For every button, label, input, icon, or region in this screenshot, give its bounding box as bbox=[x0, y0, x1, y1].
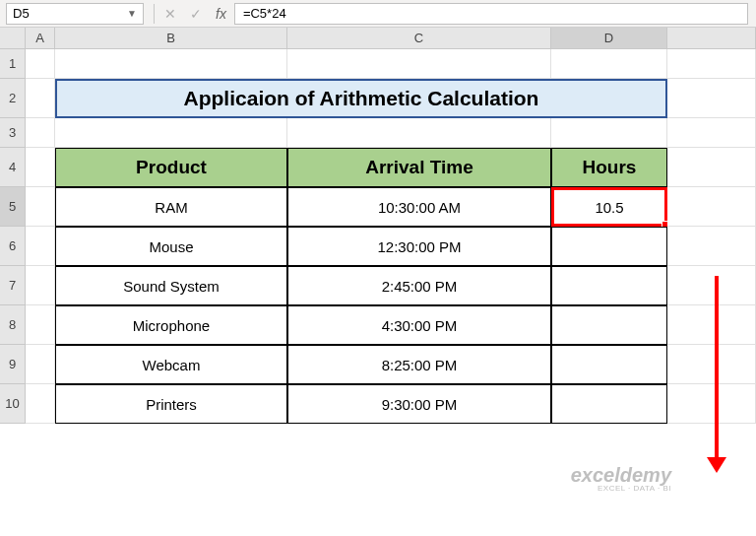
select-all-corner[interactable] bbox=[0, 28, 26, 49]
row-head-5[interactable]: 5 bbox=[0, 187, 26, 227]
spreadsheet-grid: A B C D bbox=[0, 28, 756, 49]
cell-a9[interactable] bbox=[26, 345, 55, 384]
cell-hours-6[interactable] bbox=[551, 227, 667, 266]
cell-a10[interactable] bbox=[26, 384, 55, 424]
cell-product-10[interactable]: Printers bbox=[55, 384, 287, 424]
cell-d3[interactable] bbox=[551, 118, 667, 148]
watermark: exceldemy EXCEL · DATA · BI bbox=[571, 465, 671, 493]
cell-b3[interactable] bbox=[55, 118, 287, 148]
cell-a6[interactable] bbox=[26, 227, 55, 266]
cell-hours-5-value: 10.5 bbox=[595, 199, 623, 216]
cell-hours-7[interactable] bbox=[551, 266, 667, 305]
cell-a2[interactable] bbox=[26, 79, 55, 118]
watermark-brand: exceldemy bbox=[571, 465, 671, 485]
cell-product-7[interactable]: Sound System bbox=[55, 266, 287, 305]
cell-arrival-8[interactable]: 4:30:00 PM bbox=[287, 305, 551, 345]
col-head-c[interactable]: C bbox=[287, 28, 551, 49]
cell-hours-8[interactable] bbox=[551, 305, 667, 345]
cell-a8[interactable] bbox=[26, 305, 55, 345]
name-box[interactable]: D5 ▼ bbox=[6, 3, 144, 25]
cell-reference: D5 bbox=[13, 6, 30, 21]
cell-e1[interactable] bbox=[667, 49, 756, 79]
header-hours[interactable]: Hours bbox=[551, 148, 667, 187]
header-product[interactable]: Product bbox=[55, 148, 287, 187]
col-head-b[interactable]: B bbox=[55, 28, 287, 49]
cell-e7[interactable] bbox=[667, 266, 756, 305]
row-head-8[interactable]: 8 bbox=[0, 305, 26, 345]
cell-e8[interactable] bbox=[667, 305, 756, 345]
chevron-down-icon[interactable]: ▼ bbox=[127, 8, 137, 19]
drag-down-arrow-icon bbox=[715, 276, 719, 459]
cell-e3[interactable] bbox=[667, 118, 756, 148]
cell-hours-9[interactable] bbox=[551, 345, 667, 384]
formula-input[interactable]: =C5*24 bbox=[234, 3, 748, 25]
cell-product-5[interactable]: RAM bbox=[55, 187, 287, 227]
cell-a4[interactable] bbox=[26, 148, 55, 187]
row-head-3[interactable]: 3 bbox=[0, 118, 26, 148]
cell-arrival-6[interactable]: 12:30:00 PM bbox=[287, 227, 551, 266]
cell-e2[interactable] bbox=[667, 79, 756, 118]
cell-arrival-9[interactable]: 8:25:00 PM bbox=[287, 345, 551, 384]
cell-c3[interactable] bbox=[287, 118, 551, 148]
row-head-6[interactable]: 6 bbox=[0, 227, 26, 266]
row-head-10[interactable]: 10 bbox=[0, 384, 26, 424]
cell-product-9[interactable]: Webcam bbox=[55, 345, 287, 384]
formula-text: =C5*24 bbox=[243, 6, 286, 21]
cell-b1[interactable] bbox=[55, 49, 287, 79]
cell-arrival-5[interactable]: 10:30:00 AM bbox=[287, 187, 551, 227]
cell-a3[interactable] bbox=[26, 118, 55, 148]
cell-a1[interactable] bbox=[26, 49, 55, 79]
row-head-1[interactable]: 1 bbox=[0, 49, 26, 79]
separator bbox=[154, 4, 155, 24]
header-arrival[interactable]: Arrival Time bbox=[287, 148, 551, 187]
cell-arrival-7[interactable]: 2:45:00 PM bbox=[287, 266, 551, 305]
watermark-tagline: EXCEL · DATA · BI bbox=[571, 485, 671, 493]
row-head-7[interactable]: 7 bbox=[0, 266, 26, 305]
formula-bar: D5 ▼ ✕ ✓ fx =C5*24 bbox=[0, 0, 756, 28]
cell-c1[interactable] bbox=[287, 49, 551, 79]
formula-bar-icons: ✕ ✓ fx bbox=[164, 6, 226, 22]
col-head-blank[interactable] bbox=[667, 28, 756, 49]
cell-product-8[interactable]: Microphone bbox=[55, 305, 287, 345]
cell-hours-5[interactable]: 10.5 bbox=[551, 187, 667, 227]
cell-hours-10[interactable] bbox=[551, 384, 667, 424]
cell-product-6[interactable]: Mouse bbox=[55, 227, 287, 266]
cell-e10[interactable] bbox=[667, 384, 756, 424]
row-head-4[interactable]: 4 bbox=[0, 148, 26, 187]
cell-a7[interactable] bbox=[26, 266, 55, 305]
cell-e6[interactable] bbox=[667, 227, 756, 266]
cell-arrival-10[interactable]: 9:30:00 PM bbox=[287, 384, 551, 424]
cancel-icon[interactable]: ✕ bbox=[164, 6, 176, 22]
fx-icon[interactable]: fx bbox=[216, 6, 226, 22]
row-head-9[interactable]: 9 bbox=[0, 345, 26, 384]
enter-icon[interactable]: ✓ bbox=[190, 6, 202, 22]
row-head-2[interactable]: 2 bbox=[0, 79, 26, 118]
col-head-a[interactable]: A bbox=[26, 28, 55, 49]
cell-a5[interactable] bbox=[26, 187, 55, 227]
cell-e9[interactable] bbox=[667, 345, 756, 384]
title-cell[interactable]: Applicaion of Arithmetic Calculation bbox=[55, 79, 667, 118]
col-head-d[interactable]: D bbox=[551, 28, 667, 49]
cell-d1[interactable] bbox=[551, 49, 667, 79]
cell-e5[interactable] bbox=[667, 187, 756, 227]
cell-e4[interactable] bbox=[667, 148, 756, 187]
